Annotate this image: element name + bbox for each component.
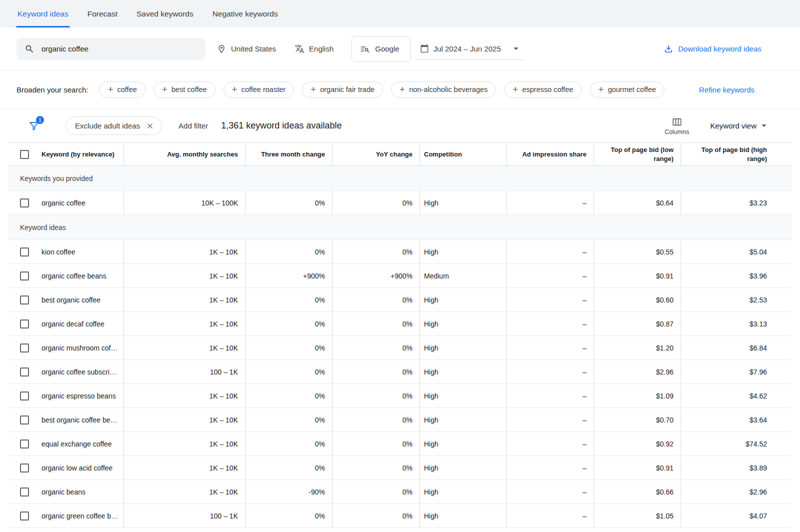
language-selector[interactable]: English <box>294 44 334 54</box>
cell-avg: 100 – 1K <box>124 360 245 384</box>
search-input[interactable] <box>40 44 198 54</box>
tab-saved-keywords[interactable]: Saved keywords <box>127 0 203 28</box>
cell-ad-share: – <box>506 264 594 288</box>
cell-competition: Medium <box>420 264 506 288</box>
broaden-chip-best-coffee[interactable]: +best coffee <box>154 82 216 98</box>
row-checkbox[interactable] <box>20 368 29 376</box>
columns-label: Columns <box>664 128 689 136</box>
plus-icon: + <box>232 84 238 94</box>
cell-three-month: 0% <box>245 384 332 408</box>
chip-label: best coffee <box>172 86 207 94</box>
add-filter-button[interactable]: Add filter <box>178 122 208 130</box>
network-selector[interactable]: Google <box>352 36 410 62</box>
column-header-keyword[interactable]: Keyword (by relevance) <box>42 143 124 166</box>
close-icon[interactable] <box>146 122 154 130</box>
keyword-search-box[interactable] <box>16 38 206 60</box>
row-checkbox[interactable] <box>20 488 29 496</box>
cell-keyword: organic beans <box>42 480 124 504</box>
cell-yoy: 0% <box>332 504 420 528</box>
cell-competition: High <box>420 360 506 384</box>
cell-avg: 1K – 10K <box>124 432 245 456</box>
cell-yoy: 0% <box>332 408 420 432</box>
location-selector[interactable]: United States <box>216 44 276 54</box>
row-checkbox[interactable] <box>20 512 29 520</box>
chip-label: coffee roaster <box>242 86 286 94</box>
row-checkbox[interactable] <box>20 296 29 304</box>
cell-competition: High <box>420 432 506 456</box>
cell-bid-low: $1.05 <box>594 504 680 528</box>
cell-yoy: 0% <box>332 288 420 312</box>
location-pin-icon <box>216 44 226 54</box>
cell-competition: High <box>420 288 506 312</box>
column-header-top-of-page-bid-high[interactable]: Top of page bid (high range) <box>680 143 774 166</box>
plus-icon: + <box>598 84 604 94</box>
calendar-icon <box>420 44 429 53</box>
broaden-chip-organic-fair-trade[interactable]: +organic fair trade <box>302 82 383 98</box>
select-all-checkbox[interactable] <box>20 150 29 159</box>
cell-competition: High <box>420 191 506 214</box>
column-header-ad-impression-share[interactable]: Ad impression share <box>506 143 594 166</box>
row-checkbox[interactable] <box>20 248 29 256</box>
keyword-planner-page: Keyword ideasForecastSaved keywordsNegat… <box>0 0 800 532</box>
date-range-label: Jul 2024 – Jun 2025 <box>434 44 501 53</box>
row-checkbox[interactable] <box>20 416 29 424</box>
cell-bid-low: $0.91 <box>594 264 680 288</box>
row-checkbox[interactable] <box>20 344 29 352</box>
table-row: organic green coffee b…100 – 1K0%0%High–… <box>8 504 792 528</box>
refine-keywords-link[interactable]: Refine keywords <box>699 86 754 94</box>
broaden-chip-coffee-roaster[interactable]: +coffee roaster <box>224 82 294 98</box>
columns-button[interactable]: Columns <box>664 116 689 136</box>
keyword-view-dropdown[interactable]: Keyword view <box>710 122 766 130</box>
column-header-competition[interactable]: Competition <box>420 143 506 166</box>
chip-label: non-alcoholic beverages <box>409 86 488 94</box>
download-keyword-ideas-button[interactable]: Download keyword ideas <box>664 44 762 54</box>
cell-avg: 100 – 1K <box>124 504 245 528</box>
cell-competition: High <box>420 240 506 264</box>
row-checkbox[interactable] <box>20 272 29 280</box>
exclude-adult-ideas-chip[interactable]: Exclude adult ideas <box>66 116 162 135</box>
table-row: organic mushroom cof…1K – 10K0%0%High–$1… <box>8 336 792 360</box>
cell-ad-share: – <box>506 480 594 504</box>
cell-bid-high: $7.96 <box>680 360 774 384</box>
cell-three-month: 0% <box>245 336 332 360</box>
cell-ad-share: – <box>506 312 594 336</box>
filter-button[interactable]: 1 <box>28 120 41 132</box>
row-checkbox-cell <box>8 312 42 336</box>
keyword-count-text: 1,361 keyword ideas available <box>221 120 342 131</box>
download-label: Download keyword ideas <box>678 44 762 53</box>
cell-competition: High <box>420 480 506 504</box>
column-header-avg-monthly-searches[interactable]: Avg. monthly searches <box>124 143 245 166</box>
broaden-chip-gourmet-coffee[interactable]: +gourmet coffee <box>590 82 665 98</box>
cell-yoy: 0% <box>332 191 420 214</box>
cell-avg: 1K – 10K <box>124 288 245 312</box>
chip-label: gourmet coffee <box>608 86 656 94</box>
column-header-three-month-change[interactable]: Three month change <box>245 143 332 166</box>
row-checkbox[interactable] <box>20 392 29 400</box>
row-checkbox[interactable] <box>20 440 29 448</box>
broaden-chip-espresso-coffee[interactable]: +espresso coffee <box>504 82 582 98</box>
column-header-yoy-change[interactable]: YoY change <box>332 143 420 166</box>
row-checkbox[interactable] <box>20 198 29 208</box>
tab-forecast[interactable]: Forecast <box>78 0 127 28</box>
cell-bid-low: $0.60 <box>594 288 680 312</box>
cell-three-month: +900% <box>245 264 332 288</box>
date-range-selector[interactable]: Jul 2024 – Jun 2025 <box>417 38 524 60</box>
row-checkbox[interactable] <box>20 464 29 472</box>
cell-bid-high: $3.23 <box>680 191 774 214</box>
table-row: best organic coffee1K – 10K0%0%High–$0.6… <box>8 288 792 312</box>
cell-ad-share: – <box>506 191 594 214</box>
cell-bid-low: $0.55 <box>594 240 680 264</box>
table-row: organic espresso beans1K – 10K0%0%High–$… <box>8 384 792 408</box>
tab-keyword-ideas[interactable]: Keyword ideas <box>8 0 78 28</box>
row-checkbox[interactable] <box>20 320 29 328</box>
cell-three-month: 0% <box>245 312 332 336</box>
tab-negative-keywords[interactable]: Negative keywords <box>203 0 288 28</box>
search-icon <box>24 44 34 54</box>
cell-yoy: +900% <box>332 264 420 288</box>
broaden-chip-coffee[interactable]: +coffee <box>99 82 145 98</box>
cell-three-month: 0% <box>245 408 332 432</box>
broaden-chip-non-alcoholic-beverages[interactable]: +non-alcoholic beverages <box>391 82 496 98</box>
cell-bid-low: $0.64 <box>594 191 680 214</box>
column-header-top-of-page-bid-low[interactable]: Top of page bid (low range) <box>594 143 680 166</box>
row-checkbox-cell <box>8 408 42 432</box>
